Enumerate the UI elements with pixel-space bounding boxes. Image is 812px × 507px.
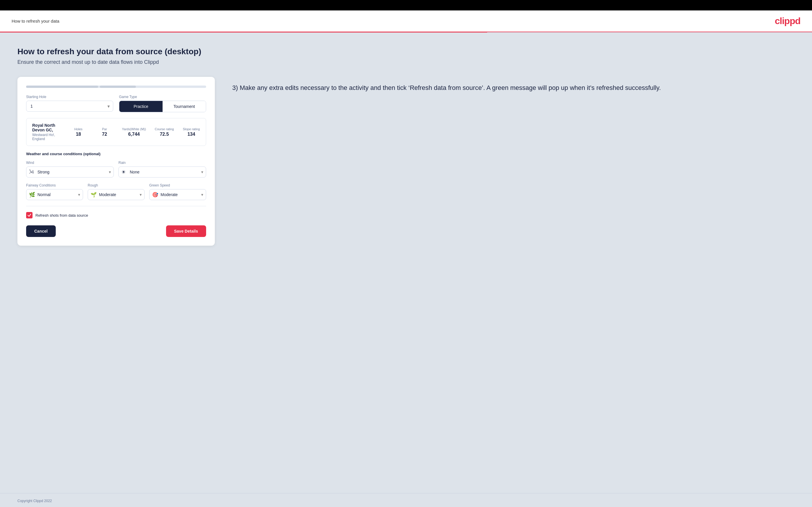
fairway-icon: 🌿 <box>29 192 35 198</box>
green-speed-label: Green Speed <box>149 183 206 187</box>
rain-label: Rain <box>118 161 206 165</box>
course-rating-label: Course rating <box>155 127 174 131</box>
form-separator <box>26 206 206 206</box>
card-top-bar-seg-1 <box>26 86 98 88</box>
rough-group: Rough 🌱 Moderate ▾ <box>88 183 145 200</box>
yards-stat: Yards(White (M)) 6,744 <box>122 127 146 137</box>
practice-button[interactable]: Practice <box>119 101 163 112</box>
par-value: 72 <box>96 132 113 137</box>
wind-icon: 🌬 <box>29 169 34 175</box>
button-row: Cancel Save Details <box>26 225 206 237</box>
course-name-group: Royal North Devon GC, Westward Ho!, Engl… <box>32 123 61 141</box>
side-text: 3) Make any extra edits necessary to the… <box>232 77 795 93</box>
starting-hole-select[interactable]: 1 10 <box>26 101 113 112</box>
holes-label: Holes <box>70 127 87 131</box>
content-row: Starting Hole 1 10 ▾ Game Type Practice … <box>17 77 795 246</box>
yards-label: Yards(White (M)) <box>122 127 146 131</box>
wind-chevron-icon: ▾ <box>109 170 111 174</box>
rough-select-wrapper[interactable]: 🌱 Moderate ▾ <box>88 189 145 200</box>
slope-rating-label: Slope rating <box>183 127 200 131</box>
rain-value: None <box>130 170 139 174</box>
conditions-title: Weather and course conditions (optional) <box>26 152 206 156</box>
par-stat: Par 72 <box>96 127 113 137</box>
header: How to refresh your data clippd <box>0 10 812 32</box>
starting-hole-game-type-row: Starting Hole 1 10 ▾ Game Type Practice … <box>26 95 206 112</box>
card-top-bar <box>26 86 206 88</box>
holes-value: 18 <box>70 132 87 137</box>
fairway-select-wrapper[interactable]: 🌿 Normal ▾ <box>26 189 83 200</box>
yards-value: 6,744 <box>122 132 146 137</box>
game-type-buttons: Practice Tournament <box>119 101 206 112</box>
wind-rain-row: Wind 🌬 Strong ▾ Rain ☀ None <box>26 161 206 177</box>
rain-select-wrapper[interactable]: ☀ None ▾ <box>118 167 206 177</box>
slope-rating-stat: Slope rating 134 <box>183 127 200 137</box>
rain-group: Rain ☀ None ▾ <box>118 161 206 177</box>
starting-hole-label: Starting Hole <box>26 95 113 99</box>
course-info-box: Royal North Devon GC, Westward Ho!, Engl… <box>26 118 206 146</box>
game-type-label: Game Type <box>119 95 206 99</box>
top-bar <box>0 0 812 10</box>
course-name-main: Royal North Devon GC, <box>32 123 61 132</box>
rain-select-display[interactable]: ☀ None ▾ <box>118 167 206 177</box>
page-subheading: Ensure the correct and most up to date d… <box>17 59 795 65</box>
side-note-text: 3) Make any extra edits necessary to the… <box>232 83 795 93</box>
green-speed-select-wrapper[interactable]: 🎯 Moderate ▾ <box>149 189 206 200</box>
rain-chevron-icon: ▾ <box>201 170 203 174</box>
par-label: Par <box>96 127 113 131</box>
slope-rating-value: 134 <box>183 132 200 137</box>
rain-icon: ☀ <box>121 169 126 175</box>
fairway-select-display[interactable]: 🌿 Normal ▾ <box>26 189 83 200</box>
green-speed-group: Green Speed 🎯 Moderate ▾ <box>149 183 206 200</box>
green-speed-chevron-icon: ▾ <box>201 192 203 197</box>
wind-label: Wind <box>26 161 114 165</box>
rough-value: Moderate <box>99 192 116 197</box>
green-speed-value: Moderate <box>160 192 178 197</box>
fairway-chevron-icon: ▾ <box>78 192 80 197</box>
starting-hole-group: Starting Hole 1 10 ▾ <box>26 95 113 112</box>
wind-select-wrapper[interactable]: 🌬 Strong ▾ <box>26 167 114 177</box>
rough-label: Rough <box>88 183 145 187</box>
course-rating-stat: Course rating 72.5 <box>155 127 174 137</box>
course-name-sub: Westward Ho!, England <box>32 133 61 141</box>
checkmark-icon <box>27 213 31 217</box>
fairway-group: Fairway Conditions 🌿 Normal ▾ <box>26 183 83 200</box>
page-heading: How to refresh your data from source (de… <box>17 47 795 56</box>
fairway-label: Fairway Conditions <box>26 183 83 187</box>
refresh-checkbox[interactable] <box>26 212 33 218</box>
main-content: How to refresh your data from source (de… <box>0 33 812 493</box>
rough-select-display[interactable]: 🌱 Moderate ▾ <box>88 189 145 200</box>
green-speed-icon: 🎯 <box>152 192 158 198</box>
green-speed-select-display[interactable]: 🎯 Moderate ▾ <box>149 189 206 200</box>
wind-select-display[interactable]: 🌬 Strong ▾ <box>26 167 114 177</box>
header-title: How to refresh your data <box>12 18 59 23</box>
card-top-bar-seg-2 <box>100 86 136 88</box>
cancel-button[interactable]: Cancel <box>26 225 56 237</box>
holes-stat: Holes 18 <box>70 127 87 137</box>
logo: clippd <box>775 16 800 26</box>
starting-hole-select-wrapper[interactable]: 1 10 ▾ <box>26 101 113 112</box>
tournament-button[interactable]: Tournament <box>163 101 206 112</box>
fairway-value: Normal <box>38 192 51 197</box>
course-rating-value: 72.5 <box>155 132 174 137</box>
wind-value: Strong <box>38 170 49 174</box>
refresh-checkbox-row: Refresh shots from data source <box>26 212 206 218</box>
footer-copyright: Copyright Clippd 2022 <box>17 499 52 503</box>
form-card: Starting Hole 1 10 ▾ Game Type Practice … <box>17 77 215 246</box>
wind-group: Wind 🌬 Strong ▾ <box>26 161 114 177</box>
footer: Copyright Clippd 2022 <box>0 493 812 507</box>
rough-icon: 🌱 <box>91 192 97 198</box>
game-type-group: Game Type Practice Tournament <box>119 95 206 112</box>
refresh-label: Refresh shots from data source <box>36 213 88 218</box>
fairway-rough-green-row: Fairway Conditions 🌿 Normal ▾ Rough 🌱 <box>26 183 206 200</box>
rough-chevron-icon: ▾ <box>140 192 142 197</box>
save-button[interactable]: Save Details <box>166 225 206 237</box>
